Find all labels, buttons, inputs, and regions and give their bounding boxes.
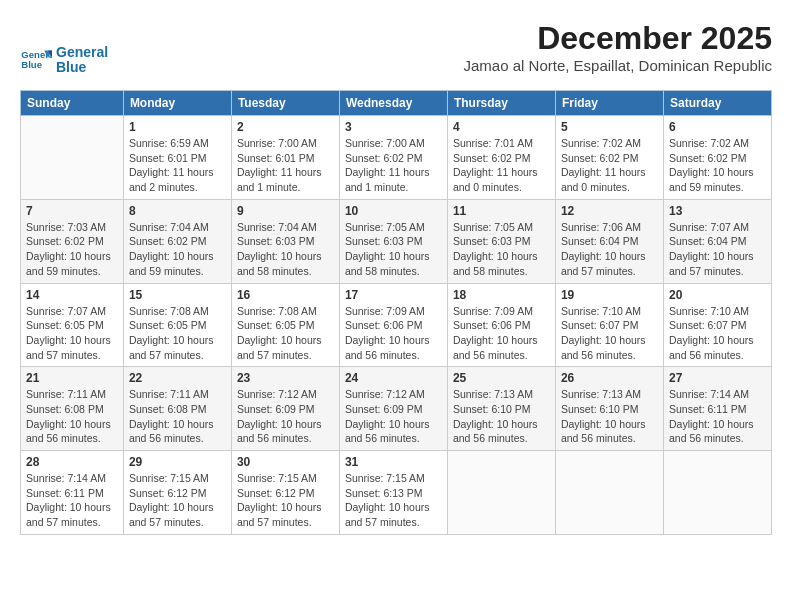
day-info: Sunrise: 7:08 AM Sunset: 6:05 PM Dayligh… [237, 304, 334, 363]
day-number: 5 [561, 120, 658, 134]
month-title: December 2025 [464, 20, 772, 57]
day-number: 15 [129, 288, 226, 302]
day-number: 9 [237, 204, 334, 218]
calendar-cell: 15Sunrise: 7:08 AM Sunset: 6:05 PM Dayli… [123, 283, 231, 367]
day-number: 17 [345, 288, 442, 302]
day-info: Sunrise: 7:09 AM Sunset: 6:06 PM Dayligh… [345, 304, 442, 363]
day-info: Sunrise: 7:10 AM Sunset: 6:07 PM Dayligh… [669, 304, 766, 363]
logo: General Blue General Blue [20, 44, 108, 76]
day-info: Sunrise: 7:15 AM Sunset: 6:12 PM Dayligh… [237, 471, 334, 530]
calendar-cell: 14Sunrise: 7:07 AM Sunset: 6:05 PM Dayli… [21, 283, 124, 367]
day-number: 2 [237, 120, 334, 134]
day-info: Sunrise: 7:15 AM Sunset: 6:13 PM Dayligh… [345, 471, 442, 530]
calendar-cell: 2Sunrise: 7:00 AM Sunset: 6:01 PM Daylig… [231, 116, 339, 200]
calendar-cell: 13Sunrise: 7:07 AM Sunset: 6:04 PM Dayli… [663, 199, 771, 283]
day-info: Sunrise: 6:59 AM Sunset: 6:01 PM Dayligh… [129, 136, 226, 195]
day-info: Sunrise: 7:00 AM Sunset: 6:01 PM Dayligh… [237, 136, 334, 195]
day-info: Sunrise: 7:11 AM Sunset: 6:08 PM Dayligh… [129, 387, 226, 446]
calendar-cell: 24Sunrise: 7:12 AM Sunset: 6:09 PM Dayli… [339, 367, 447, 451]
day-info: Sunrise: 7:15 AM Sunset: 6:12 PM Dayligh… [129, 471, 226, 530]
day-info: Sunrise: 7:02 AM Sunset: 6:02 PM Dayligh… [669, 136, 766, 195]
day-number: 12 [561, 204, 658, 218]
day-number: 14 [26, 288, 118, 302]
day-number: 13 [669, 204, 766, 218]
calendar-cell: 25Sunrise: 7:13 AM Sunset: 6:10 PM Dayli… [447, 367, 555, 451]
calendar-cell: 1Sunrise: 6:59 AM Sunset: 6:01 PM Daylig… [123, 116, 231, 200]
day-number: 21 [26, 371, 118, 385]
day-info: Sunrise: 7:05 AM Sunset: 6:03 PM Dayligh… [345, 220, 442, 279]
day-info: Sunrise: 7:00 AM Sunset: 6:02 PM Dayligh… [345, 136, 442, 195]
day-info: Sunrise: 7:07 AM Sunset: 6:05 PM Dayligh… [26, 304, 118, 363]
calendar-cell [663, 451, 771, 535]
calendar-cell: 28Sunrise: 7:14 AM Sunset: 6:11 PM Dayli… [21, 451, 124, 535]
calendar-cell [21, 116, 124, 200]
day-info: Sunrise: 7:10 AM Sunset: 6:07 PM Dayligh… [561, 304, 658, 363]
day-number: 26 [561, 371, 658, 385]
day-info: Sunrise: 7:12 AM Sunset: 6:09 PM Dayligh… [237, 387, 334, 446]
calendar-week-row: 28Sunrise: 7:14 AM Sunset: 6:11 PM Dayli… [21, 451, 772, 535]
day-number: 16 [237, 288, 334, 302]
calendar-cell: 16Sunrise: 7:08 AM Sunset: 6:05 PM Dayli… [231, 283, 339, 367]
day-info: Sunrise: 7:06 AM Sunset: 6:04 PM Dayligh… [561, 220, 658, 279]
calendar-cell: 20Sunrise: 7:10 AM Sunset: 6:07 PM Dayli… [663, 283, 771, 367]
calendar-cell: 23Sunrise: 7:12 AM Sunset: 6:09 PM Dayli… [231, 367, 339, 451]
calendar-cell: 18Sunrise: 7:09 AM Sunset: 6:06 PM Dayli… [447, 283, 555, 367]
header-thursday: Thursday [447, 91, 555, 116]
calendar-cell: 11Sunrise: 7:05 AM Sunset: 6:03 PM Dayli… [447, 199, 555, 283]
location-subtitle: Jamao al Norte, Espaillat, Dominican Rep… [464, 57, 772, 74]
day-number: 19 [561, 288, 658, 302]
calendar-week-row: 7Sunrise: 7:03 AM Sunset: 6:02 PM Daylig… [21, 199, 772, 283]
day-info: Sunrise: 7:11 AM Sunset: 6:08 PM Dayligh… [26, 387, 118, 446]
calendar-cell [555, 451, 663, 535]
day-info: Sunrise: 7:14 AM Sunset: 6:11 PM Dayligh… [669, 387, 766, 446]
day-info: Sunrise: 7:14 AM Sunset: 6:11 PM Dayligh… [26, 471, 118, 530]
day-number: 30 [237, 455, 334, 469]
header-tuesday: Tuesday [231, 91, 339, 116]
day-number: 20 [669, 288, 766, 302]
calendar-cell [447, 451, 555, 535]
day-info: Sunrise: 7:04 AM Sunset: 6:02 PM Dayligh… [129, 220, 226, 279]
calendar-cell: 21Sunrise: 7:11 AM Sunset: 6:08 PM Dayli… [21, 367, 124, 451]
logo-icon: General Blue [20, 44, 52, 76]
day-info: Sunrise: 7:13 AM Sunset: 6:10 PM Dayligh… [453, 387, 550, 446]
svg-text:Blue: Blue [21, 59, 42, 70]
day-info: Sunrise: 7:03 AM Sunset: 6:02 PM Dayligh… [26, 220, 118, 279]
day-number: 8 [129, 204, 226, 218]
day-number: 4 [453, 120, 550, 134]
day-info: Sunrise: 7:12 AM Sunset: 6:09 PM Dayligh… [345, 387, 442, 446]
calendar-cell: 30Sunrise: 7:15 AM Sunset: 6:12 PM Dayli… [231, 451, 339, 535]
calendar-week-row: 14Sunrise: 7:07 AM Sunset: 6:05 PM Dayli… [21, 283, 772, 367]
calendar-cell: 9Sunrise: 7:04 AM Sunset: 6:03 PM Daylig… [231, 199, 339, 283]
calendar-cell: 10Sunrise: 7:05 AM Sunset: 6:03 PM Dayli… [339, 199, 447, 283]
logo-text: General Blue [56, 45, 108, 76]
day-info: Sunrise: 7:09 AM Sunset: 6:06 PM Dayligh… [453, 304, 550, 363]
calendar-week-row: 1Sunrise: 6:59 AM Sunset: 6:01 PM Daylig… [21, 116, 772, 200]
header-friday: Friday [555, 91, 663, 116]
day-info: Sunrise: 7:05 AM Sunset: 6:03 PM Dayligh… [453, 220, 550, 279]
calendar-cell: 31Sunrise: 7:15 AM Sunset: 6:13 PM Dayli… [339, 451, 447, 535]
calendar-cell: 3Sunrise: 7:00 AM Sunset: 6:02 PM Daylig… [339, 116, 447, 200]
calendar-cell: 8Sunrise: 7:04 AM Sunset: 6:02 PM Daylig… [123, 199, 231, 283]
day-info: Sunrise: 7:13 AM Sunset: 6:10 PM Dayligh… [561, 387, 658, 446]
calendar-cell: 22Sunrise: 7:11 AM Sunset: 6:08 PM Dayli… [123, 367, 231, 451]
day-number: 7 [26, 204, 118, 218]
calendar-cell: 4Sunrise: 7:01 AM Sunset: 6:02 PM Daylig… [447, 116, 555, 200]
header-monday: Monday [123, 91, 231, 116]
calendar-cell: 26Sunrise: 7:13 AM Sunset: 6:10 PM Dayli… [555, 367, 663, 451]
calendar-header-row: SundayMondayTuesdayWednesdayThursdayFrid… [21, 91, 772, 116]
day-number: 6 [669, 120, 766, 134]
day-number: 22 [129, 371, 226, 385]
header-wednesday: Wednesday [339, 91, 447, 116]
day-number: 3 [345, 120, 442, 134]
calendar-cell: 19Sunrise: 7:10 AM Sunset: 6:07 PM Dayli… [555, 283, 663, 367]
day-number: 1 [129, 120, 226, 134]
day-number: 28 [26, 455, 118, 469]
day-number: 10 [345, 204, 442, 218]
calendar-cell: 17Sunrise: 7:09 AM Sunset: 6:06 PM Dayli… [339, 283, 447, 367]
calendar-week-row: 21Sunrise: 7:11 AM Sunset: 6:08 PM Dayli… [21, 367, 772, 451]
day-info: Sunrise: 7:07 AM Sunset: 6:04 PM Dayligh… [669, 220, 766, 279]
header-saturday: Saturday [663, 91, 771, 116]
calendar-cell: 6Sunrise: 7:02 AM Sunset: 6:02 PM Daylig… [663, 116, 771, 200]
day-info: Sunrise: 7:01 AM Sunset: 6:02 PM Dayligh… [453, 136, 550, 195]
day-number: 25 [453, 371, 550, 385]
